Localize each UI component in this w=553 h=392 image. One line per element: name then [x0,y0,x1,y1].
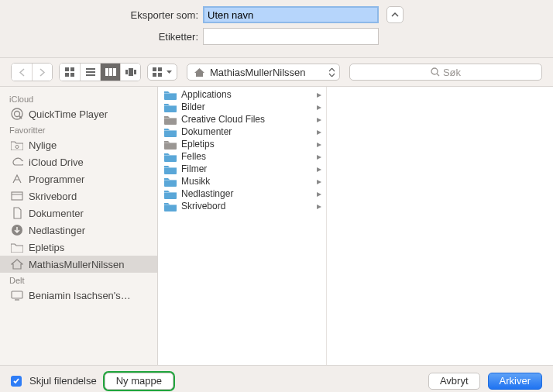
file-item[interactable]: Nedlastinger▸ [158,187,326,200]
svg-rect-15 [153,73,156,77]
svg-rect-13 [153,67,156,71]
cancel-button[interactable]: Avbryt [428,373,480,390]
file-item[interactable]: Skrivebord▸ [158,200,326,212]
sidebar-item-label: Programmer [29,174,84,185]
grid-icon [65,67,74,77]
svg-rect-33 [164,155,177,156]
download-icon [11,224,23,236]
file-item-label: Dokumenter [181,126,232,137]
svg-rect-0 [65,67,69,71]
file-item-label: Nedlastinger [181,188,233,199]
svg-line-18 [437,74,439,76]
file-item[interactable]: Applications▸ [158,88,326,101]
sidebar-section-header: Delt [0,273,157,287]
file-item-label: Filmer [181,163,207,174]
sidebar-item[interactable]: Nedlastinger [0,222,157,239]
list-view-button[interactable] [80,64,100,81]
chevron-right-icon: ▸ [317,201,321,211]
export-name-input[interactable] [203,6,379,23]
svg-rect-14 [158,67,162,71]
sidebar-item-label: Nedlastinger [29,225,85,236]
svg-rect-4 [86,68,95,70]
sidebar: iCloudQuickTime PlayerFavoritterNyligeiC… [0,87,158,365]
file-item[interactable]: Bilder▸ [158,101,326,113]
svg-rect-35 [164,180,177,181]
list-icon [86,68,95,76]
file-item[interactable]: Dokumenter▸ [158,126,326,138]
svg-rect-9 [113,68,116,76]
svg-rect-8 [109,68,112,76]
folder-icon [11,241,23,253]
back-button[interactable] [12,64,32,81]
chevron-right-icon: ▸ [317,101,321,112]
display-icon [11,289,23,301]
tags-input[interactable] [203,28,379,45]
sidebar-item[interactable]: Programmer [0,170,157,187]
check-icon [12,377,20,385]
file-item[interactable]: Creative Cloud Files▸ [158,113,326,126]
file-item[interactable]: Felles▸ [158,150,326,163]
sidebar-item-label: QuickTime Player [29,108,108,120]
file-item[interactable]: Epletips▸ [158,138,326,150]
footer: Skjul filendelse Ny mappe Avbryt Arkiver [0,366,553,392]
apps-icon [11,173,23,185]
icon-view-button[interactable] [60,64,80,81]
search-input[interactable]: Søk [349,64,542,81]
column-view: Applications▸Bilder▸Creative Cloud Files… [158,87,553,365]
chevron-right-icon: ▸ [317,89,321,100]
svg-rect-37 [164,205,177,205]
hide-extension-checkbox[interactable] [11,376,22,387]
svg-point-17 [431,68,438,74]
file-item[interactable]: Musikk▸ [158,175,326,187]
sidebar-item[interactable]: Dokumenter [0,205,157,222]
svg-rect-3 [70,73,74,77]
chevron-up-icon [391,11,399,19]
main-area: iCloudQuickTime PlayerFavoritterNyligeiC… [0,87,553,366]
columns-icon [105,68,116,76]
export-form: Eksporter som: Etiketter: [0,0,553,57]
sidebar-item[interactable]: iCloud Drive [0,153,157,170]
svg-rect-32 [164,143,177,143]
file-item-label: Applications [181,89,232,100]
sidebar-item-label: Dokumenter [29,208,84,219]
svg-rect-28 [164,93,177,94]
column-view-button[interactable] [100,64,120,81]
sidebar-item[interactable]: MathiasMullerNilssen [0,256,157,273]
view-mode-group [59,63,141,81]
sidebar-item-label: Epletips [29,242,64,253]
sidebar-item[interactable]: QuickTime Player [0,105,157,122]
home-icon [194,67,205,77]
file-item-label: Creative Cloud Files [181,114,265,125]
svg-rect-23 [12,192,22,200]
path-dropdown[interactable]: MathiasMullerNilssen [187,64,340,81]
file-item-label: Bilder [181,101,205,112]
toolbar: MathiasMullerNilssen Søk [0,57,553,87]
file-item-label: Musikk [181,176,210,187]
chevron-right-icon: ▸ [317,114,321,125]
sidebar-section-header: iCloud [0,91,157,105]
coverflow-view-button[interactable] [120,64,140,81]
sidebar-item[interactable]: Epletips [0,239,157,256]
sidebar-item-label: Nylige [29,139,57,151]
sidebar-item[interactable]: Skrivebord [0,187,157,205]
sidebar-item[interactable]: Nylige [0,136,157,153]
svg-point-20 [15,112,20,117]
collapse-button[interactable] [386,6,404,23]
svg-point-22 [15,145,19,148]
sidebar-item[interactable]: Beniamin Isachsen's… [0,287,157,304]
save-button[interactable]: Arkiver [488,373,542,390]
search-placeholder: Søk [443,67,461,78]
svg-rect-36 [164,192,177,193]
nav-group [11,63,53,81]
svg-rect-16 [158,73,162,77]
forward-button[interactable] [32,64,52,81]
svg-rect-12 [134,70,136,74]
desktop-icon [11,190,23,202]
file-item[interactable]: Filmer▸ [158,163,326,175]
export-as-label: Eksporter som: [0,9,203,21]
arrange-button[interactable] [147,64,177,81]
file-item-label: Epletips [181,139,215,150]
home-icon [11,258,23,270]
file-item-label: Skrivebord [181,201,225,211]
new-folder-button[interactable]: Ny mappe [105,373,173,390]
